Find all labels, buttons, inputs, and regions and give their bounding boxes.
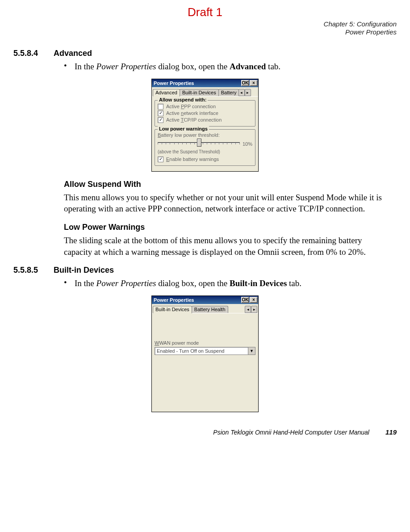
tab-advanced[interactable]: Advanced — [153, 89, 180, 97]
combo-value: Enabled - Turn Off on Suspend — [155, 347, 248, 355]
bullet-text: In the Power Properties dialog box, open… — [75, 278, 397, 289]
checkbox-ppp[interactable] — [158, 104, 163, 110]
ok-button[interactable]: OK — [241, 297, 249, 303]
section-heading-builtin: 5.5.8.5 Built-in Devices — [13, 266, 397, 275]
checkbox-label: Active network interface — [166, 110, 218, 116]
text: In the — [75, 62, 96, 71]
page-number: 119 — [385, 428, 397, 436]
checkbox-enable-warnings[interactable]: ✓ — [158, 156, 163, 162]
threshold-value: 10% — [243, 141, 252, 147]
bullet-marker: • — [64, 61, 75, 71]
tab-scroll-left[interactable]: ◂ — [245, 306, 251, 313]
chapter-sub: Power Properties — [13, 28, 397, 36]
tab-built-in-devices[interactable]: Built-in Devices — [153, 306, 192, 313]
tab-battery[interactable]: Battery — [218, 89, 239, 96]
text-italic: Power Properties — [96, 62, 156, 71]
checkbox-label: Enable battery warnings — [166, 156, 219, 162]
tab-strip: Advanced Built-in Devices Battery ◂ ▸ — [152, 87, 258, 97]
subheading-allow-suspend: Allow Suspend With — [64, 180, 397, 189]
wwan-label: WWAN power mode — [155, 340, 255, 346]
checkbox-row-ppp: Active PPP connection — [158, 103, 252, 110]
group-low-power-warnings: Low power warnings Battery low power thr… — [155, 129, 255, 166]
checkbox-row-enable-warnings: ✓ Enable battery warnings — [158, 156, 252, 163]
section-title: Built-in Devices — [54, 266, 114, 275]
tab-built-in-devices[interactable]: Built-in Devices — [180, 89, 219, 96]
close-button[interactable]: × — [250, 297, 258, 303]
dialog-title: Power Properties — [154, 297, 194, 303]
figure-power-properties-advanced: Power Properties OK × Advanced Built-in … — [13, 79, 397, 172]
group-allow-suspend: Allow suspend with: Active PPP connectio… — [155, 100, 255, 127]
section-title: Advanced — [54, 49, 92, 58]
dialog-titlebar[interactable]: Power Properties OK × — [152, 296, 258, 304]
dialog-body: WWAN power mode Enabled - Turn Off on Su… — [152, 313, 258, 412]
bullet-advanced: • In the Power Properties dialog box, op… — [64, 61, 397, 72]
group-legend: Low power warnings — [158, 126, 209, 131]
section-heading-advanced: 5.5.8.4 Advanced — [13, 49, 397, 58]
threshold-slider[interactable] — [158, 139, 240, 148]
paragraph-low-power-warnings: The sliding scale at the bottom of this … — [64, 235, 392, 258]
checkbox-network[interactable]: ✓ — [158, 110, 163, 116]
draft-watermark: Draft 1 — [188, 5, 222, 19]
chevron-down-icon[interactable]: ▼ — [248, 347, 255, 355]
threshold-slider-row: 10% — [158, 139, 252, 148]
dialog-title: Power Properties — [154, 80, 194, 86]
figure-power-properties-builtin: Power Properties OK × Built-in Devices B… — [13, 296, 397, 412]
group-legend: Allow suspend with: — [158, 97, 208, 102]
chapter-line: Chapter 5: Configuration — [13, 20, 397, 28]
text: tab. — [287, 279, 301, 288]
page-footer: Psion Teklogix Omnii Hand-Held Computer … — [13, 428, 397, 436]
text-bold: Built-in Devices — [230, 279, 287, 288]
slider-thumb-icon[interactable] — [197, 139, 201, 147]
checkbox-row-network: ✓ Active network interface — [158, 110, 252, 117]
subheading-low-power-warnings: Low Power Warnings — [64, 223, 397, 232]
dialog-power-properties-advanced: Power Properties OK × Advanced Built-in … — [151, 79, 259, 172]
checkbox-tcpip[interactable]: ✓ — [158, 117, 163, 123]
dialog-power-properties-builtin: Power Properties OK × Built-in Devices B… — [151, 296, 259, 412]
threshold-note: (above the Suspend Threshold) — [158, 149, 252, 154]
dialog-body: Allow suspend with: Active PPP connectio… — [152, 97, 258, 171]
tab-battery-health[interactable]: Battery Health — [192, 306, 228, 313]
tab-scroll-right[interactable]: ▸ — [251, 306, 257, 313]
section-number: 5.5.8.4 — [13, 49, 54, 58]
footer-title: Psion Teklogix Omnii Hand-Held Computer … — [213, 429, 369, 436]
ok-button[interactable]: OK — [241, 80, 249, 86]
text-italic: Power Properties — [96, 279, 156, 288]
bullet-marker: • — [64, 278, 75, 287]
tab-scroll-right[interactable]: ▸ — [245, 89, 251, 96]
bullet-text: In the Power Properties dialog box, open… — [75, 61, 397, 72]
threshold-label: Battery low power threshold: — [158, 132, 252, 138]
close-button[interactable]: × — [250, 80, 258, 86]
checkbox-label: Active PPP connection — [166, 104, 216, 109]
text: tab. — [266, 62, 280, 71]
bullet-builtin: • In the Power Properties dialog box, op… — [64, 278, 397, 289]
checkbox-label: Active TCP/IP connection — [166, 117, 222, 122]
dialog-titlebar[interactable]: Power Properties OK × — [152, 79, 258, 87]
wwan-power-mode-select[interactable]: Enabled - Turn Off on Suspend ▼ — [155, 347, 255, 355]
paragraph-allow-suspend: This menu allows you to specify whether … — [64, 192, 392, 215]
tab-strip: Built-in Devices Battery Health ◂ ▸ — [152, 304, 258, 313]
text-bold: Advanced — [230, 62, 266, 71]
text: dialog box, open the — [156, 279, 230, 288]
section-number: 5.5.8.5 — [13, 266, 54, 275]
chapter-header: Chapter 5: Configuration Power Propertie… — [13, 20, 397, 36]
text: In the — [75, 279, 96, 288]
checkbox-row-tcpip: ✓ Active TCP/IP connection — [158, 117, 252, 123]
tab-scroll-left[interactable]: ◂ — [238, 89, 245, 96]
text: dialog box, open the — [156, 62, 230, 71]
